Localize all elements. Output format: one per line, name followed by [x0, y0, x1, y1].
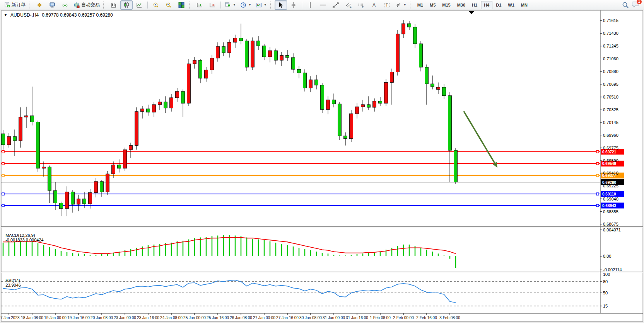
svg-text:31 Jan 00:00: 31 Jan 00:00 — [323, 316, 345, 320]
svg-text:15: 15 — [603, 304, 608, 308]
svg-text:0.71245: 0.71245 — [603, 44, 618, 48]
svg-text:0.00: 0.00 — [603, 254, 611, 258]
chart-title-bar: ▼ AUDUSD-,H4 0.69778 0.69843 0.69257 0.6… — [4, 12, 113, 18]
svg-text:27 Jan 00:00: 27 Jan 00:00 — [253, 316, 275, 320]
svg-text:25 Jan 00:00: 25 Jan 00:00 — [183, 316, 206, 320]
svg-text:2 Feb 16:00: 2 Feb 16:00 — [416, 316, 437, 320]
svg-text:0.69040: 0.69040 — [603, 197, 618, 201]
svg-text:100: 100 — [603, 272, 610, 277]
svg-text:30 Jan 08:00: 30 Jan 08:00 — [299, 316, 322, 320]
macd-values: -0.001833 0.000424 — [5, 238, 43, 242]
rsi-value: 23.9046 — [5, 283, 21, 287]
macd-indicator-label: MACD(12,26,9) -0.001833 0.000424 — [3, 228, 44, 242]
macd-name: MACD(12,26,9) — [5, 233, 35, 238]
svg-text:0.69960: 0.69960 — [603, 133, 618, 138]
svg-text:17 Jan 2023: 17 Jan 2023 — [0, 316, 20, 320]
svg-text:20 Jan 08:00: 20 Jan 08:00 — [91, 316, 113, 320]
svg-text:50: 50 — [603, 291, 608, 295]
svg-text:0.68855: 0.68855 — [603, 209, 618, 214]
svg-text:23 Jan 16:00: 23 Jan 16:00 — [137, 316, 159, 320]
rsi-indicator-label: RSI(14) 23.9046 — [3, 274, 21, 287]
svg-text:23 Jan 00:00: 23 Jan 00:00 — [114, 316, 136, 320]
rsi-name: RSI(14) — [5, 278, 20, 283]
svg-text:0.69377: 0.69377 — [602, 173, 617, 178]
svg-text:0.70145: 0.70145 — [603, 120, 618, 125]
ohlc-values: 0.69778 0.69843 0.69257 0.69280 — [42, 12, 113, 18]
svg-text:0.71430: 0.71430 — [603, 31, 618, 36]
svg-text:0.71615: 0.71615 — [603, 18, 618, 23]
svg-text:3 Feb 08:00: 3 Feb 08:00 — [439, 316, 460, 320]
svg-text:0.68675: 0.68675 — [603, 222, 618, 226]
svg-text:19 Jan 16:00: 19 Jan 16:00 — [67, 316, 90, 320]
svg-text:0.69110: 0.69110 — [602, 192, 616, 196]
window-menu-icon[interactable]: ▼ — [4, 13, 7, 17]
svg-text:25 Jan 16:00: 25 Jan 16:00 — [207, 316, 229, 320]
svg-text:0.68943: 0.68943 — [602, 204, 617, 208]
svg-text:1 Feb 08:00: 1 Feb 08:00 — [370, 316, 391, 320]
svg-text:0.69280: 0.69280 — [602, 180, 617, 185]
svg-text:18 Jan 08:00: 18 Jan 08:00 — [21, 316, 43, 320]
svg-text:80: 80 — [603, 279, 608, 284]
svg-text:31 Jan 16:00: 31 Jan 16:00 — [346, 316, 368, 320]
svg-text:0.69549: 0.69549 — [602, 162, 617, 166]
chart-window — [1, 10, 643, 321]
svg-text:27 Jan 16:00: 27 Jan 16:00 — [276, 316, 299, 320]
svg-text:0.004071: 0.004071 — [603, 228, 621, 232]
svg-text:0.70510: 0.70510 — [603, 95, 618, 99]
svg-text:2 Feb 00:00: 2 Feb 00:00 — [393, 316, 414, 320]
svg-text:0.70325: 0.70325 — [603, 107, 618, 112]
svg-text:0.69721: 0.69721 — [602, 150, 617, 154]
svg-text:24 Jan 08:00: 24 Jan 08:00 — [160, 316, 183, 320]
svg-text:-0.002114: -0.002114 — [603, 267, 622, 272]
svg-text:0.71060: 0.71060 — [603, 56, 618, 61]
chart-canvas[interactable]: 0.716150.714300.712450.710600.708800.706… — [0, 0, 644, 323]
svg-text:19 Jan 00:00: 19 Jan 00:00 — [44, 316, 67, 320]
svg-text:0.70880: 0.70880 — [603, 69, 618, 74]
svg-text:0.70695: 0.70695 — [603, 82, 618, 87]
symbol-title: AUDUSD-,H4 — [10, 12, 39, 18]
svg-text:26 Jan 08:00: 26 Jan 08:00 — [230, 316, 252, 320]
